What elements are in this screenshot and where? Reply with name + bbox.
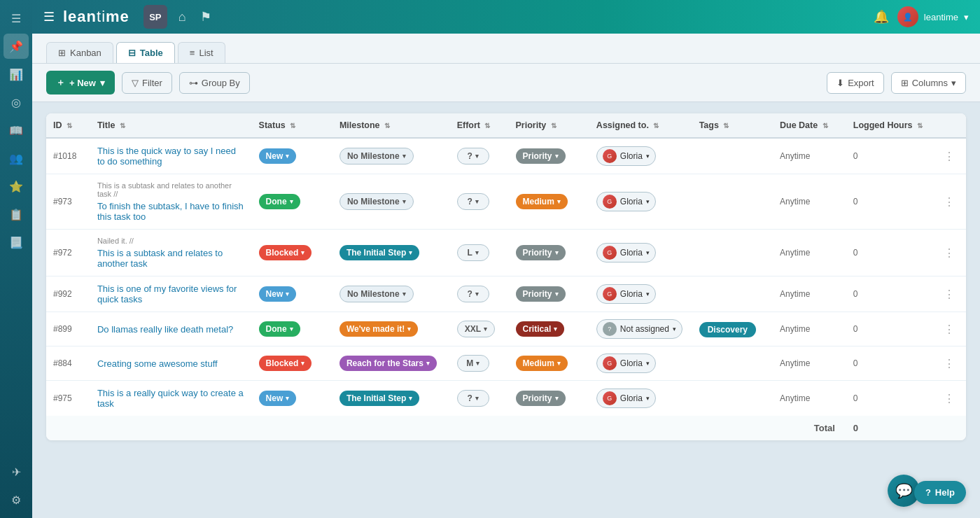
- row-more-menu[interactable]: ⋮: [941, 149, 958, 164]
- cell-assigned: G Gloria ▾: [589, 230, 692, 276]
- milestone-badge[interactable]: Reach for the Stars ▾: [340, 356, 437, 371]
- col-header-priority[interactable]: Priority ⇅: [509, 113, 589, 138]
- effort-badge[interactable]: L ▾: [457, 244, 489, 261]
- topbar-menu-icon[interactable]: ☰: [43, 9, 55, 24]
- priority-badge[interactable]: Priority ▾: [516, 391, 566, 406]
- assigned-badge[interactable]: ? Not assigned ▾: [596, 319, 682, 339]
- export-button[interactable]: ⬇ Export: [827, 72, 884, 94]
- groupby-button[interactable]: ⊶ Group By: [179, 72, 250, 94]
- sidebar-item-star[interactable]: ⭐: [4, 174, 29, 199]
- total-label: Total: [814, 423, 835, 433]
- tab-table[interactable]: ⊟ Table: [116, 42, 175, 63]
- col-status-sort-icon: ⇅: [290, 122, 295, 130]
- sidebar-item-gear[interactable]: ⚙: [4, 487, 29, 512]
- assigned-badge[interactable]: G Gloria ▾: [596, 388, 656, 408]
- columns-button[interactable]: ⊞ Columns ▾: [891, 72, 966, 94]
- row-more-menu[interactable]: ⋮: [941, 246, 958, 260]
- effort-badge[interactable]: XXL ▾: [457, 321, 495, 337]
- topbar-notifications-icon[interactable]: 🔔: [874, 9, 889, 24]
- priority-badge[interactable]: Priority ▾: [516, 286, 566, 302]
- topbar-home-icon[interactable]: ⌂: [176, 7, 189, 27]
- cell-logged: 0: [846, 346, 934, 381]
- cell-logged: 0: [846, 174, 934, 230]
- col-header-logged[interactable]: Logged Hours ⇅: [846, 113, 934, 138]
- status-badge[interactable]: Blocked ▾: [259, 356, 312, 371]
- col-header-milestone[interactable]: Milestone ⇅: [332, 113, 450, 138]
- task-title-link[interactable]: This is a really quick way to create a t…: [97, 388, 244, 409]
- effort-badge[interactable]: ? ▾: [457, 148, 489, 164]
- milestone-badge[interactable]: We've made it! ▾: [340, 321, 418, 337]
- filter-button[interactable]: ▽ Filter: [122, 72, 172, 94]
- status-badge[interactable]: New ▾: [259, 391, 297, 406]
- topbar-bookmark-icon[interactable]: ⚑: [197, 6, 214, 27]
- assigned-badge[interactable]: G Gloria ▾: [596, 192, 656, 211]
- row-more-menu[interactable]: ⋮: [941, 287, 958, 302]
- new-button[interactable]: ＋ + New ▾: [46, 71, 115, 94]
- priority-badge[interactable]: Priority ▾: [516, 245, 566, 260]
- cell-milestone: We've made it! ▾: [332, 312, 450, 346]
- status-badge[interactable]: New ▾: [259, 286, 297, 302]
- milestone-badge[interactable]: No Milestone ▾: [340, 193, 414, 210]
- sidebar-item-book[interactable]: 📖: [4, 118, 29, 143]
- tab-kanban[interactable]: ⊞ Kanban: [46, 42, 113, 63]
- status-badge[interactable]: New ▾: [259, 148, 297, 164]
- row-more-menu[interactable]: ⋮: [941, 391, 958, 406]
- priority-badge[interactable]: Priority ▾: [516, 148, 566, 164]
- cell-id: #973: [46, 174, 90, 230]
- assigned-badge[interactable]: G Gloria ▾: [596, 354, 656, 373]
- sidebar-item-list[interactable]: 📃: [4, 230, 29, 255]
- sidebar-item-clipboard[interactable]: 📋: [4, 202, 29, 227]
- task-title-link[interactable]: This is one of my favorite views for qui…: [97, 284, 237, 304]
- sidebar-item-circle[interactable]: ◎: [4, 90, 29, 115]
- status-badge[interactable]: Done ▾: [259, 321, 300, 337]
- status-badge[interactable]: Done ▾: [259, 194, 300, 209]
- task-title-link[interactable]: To finish the subtask, I have to finish …: [97, 201, 244, 222]
- col-header-tags[interactable]: Tags ⇅: [692, 113, 773, 138]
- task-title-link[interactable]: This is the quick way to say I need to d…: [97, 146, 236, 167]
- sidebar-item-menu[interactable]: ☰: [4, 6, 29, 31]
- task-title-link[interactable]: Creating some awesome stuff: [97, 358, 218, 369]
- status-badge[interactable]: Blocked ▾: [259, 245, 312, 260]
- col-header-effort[interactable]: Effort ⇅: [450, 113, 509, 138]
- topbar-project-avatar[interactable]: SP: [144, 5, 167, 29]
- cell-duedate: Anytime: [773, 381, 846, 416]
- milestone-badge[interactable]: The Initial Step ▾: [340, 245, 419, 260]
- milestone-badge[interactable]: The Initial Step ▾: [340, 391, 419, 406]
- col-header-title[interactable]: Title ⇅: [90, 113, 252, 138]
- col-header-assigned[interactable]: Assigned to. ⇅: [589, 113, 692, 138]
- milestone-badge[interactable]: No Milestone ▾: [340, 148, 414, 164]
- cell-effort: ? ▾: [450, 276, 509, 312]
- effort-badge[interactable]: ? ▾: [457, 193, 489, 210]
- effort-badge[interactable]: ? ▾: [457, 390, 489, 407]
- col-header-duedate[interactable]: Due Date ⇅: [773, 113, 846, 138]
- priority-badge[interactable]: Critical ▾: [516, 321, 565, 337]
- tab-list[interactable]: ≡ List: [178, 42, 225, 63]
- assigned-badge[interactable]: G Gloria ▾: [596, 284, 656, 304]
- milestone-badge[interactable]: No Milestone ▾: [340, 286, 414, 302]
- priority-badge[interactable]: Medium ▾: [516, 194, 568, 209]
- task-title-link[interactable]: Do llamas really like death metal?: [97, 324, 233, 335]
- assigned-badge[interactable]: G Gloria ▾: [596, 146, 656, 166]
- sidebar-item-users[interactable]: 👥: [4, 146, 29, 171]
- table-row: #899 Do llamas really like death metal? …: [46, 312, 966, 346]
- row-more-menu[interactable]: ⋮: [941, 322, 958, 337]
- help-button[interactable]: ? Help: [914, 481, 966, 504]
- priority-badge[interactable]: Medium ▾: [516, 356, 568, 371]
- task-title-link[interactable]: This is a subtask and relates to another…: [97, 248, 223, 269]
- row-more-menu[interactable]: ⋮: [941, 195, 958, 209]
- sidebar-item-send[interactable]: ✈: [4, 459, 29, 484]
- assigned-badge[interactable]: G Gloria ▾: [596, 243, 656, 262]
- effort-badge[interactable]: ? ▾: [457, 286, 489, 302]
- topbar-user[interactable]: 👤 leantime ▾: [897, 6, 969, 27]
- col-header-status[interactable]: Status ⇅: [252, 113, 332, 138]
- col-header-id[interactable]: ID ⇅: [46, 113, 90, 138]
- row-more-menu[interactable]: ⋮: [941, 356, 958, 371]
- effort-badge[interactable]: M ▾: [457, 355, 489, 372]
- cell-priority: Medium ▾: [509, 346, 589, 381]
- cell-title: Creating some awesome stuff: [90, 346, 252, 381]
- col-status-label: Status: [259, 120, 286, 130]
- cell-logged: 0: [846, 276, 934, 312]
- tag-badge[interactable]: Discovery: [699, 322, 756, 337]
- sidebar-item-pin[interactable]: 📌: [4, 34, 29, 59]
- sidebar-item-chart[interactable]: 📊: [4, 62, 29, 87]
